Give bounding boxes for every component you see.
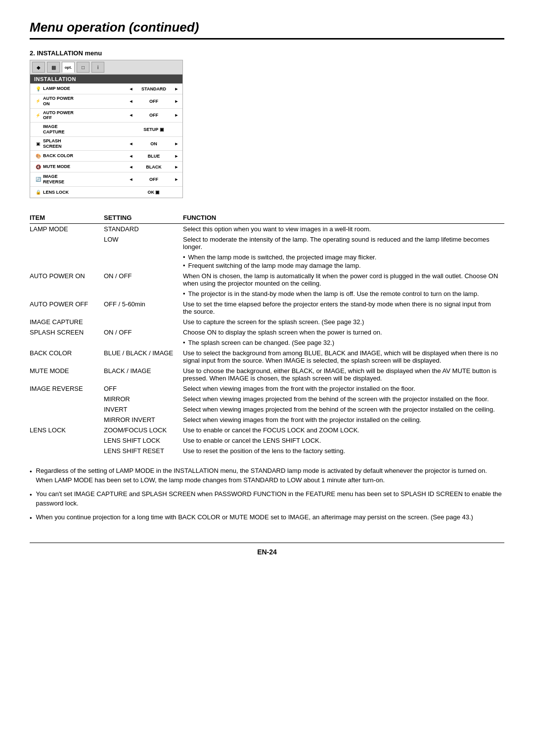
arrow-left-mute: ◄ bbox=[128, 165, 134, 169]
bullet-icon-2: • bbox=[30, 490, 32, 500]
menu-tab-lamp[interactable]: ◆ bbox=[32, 62, 45, 73]
auto-on-label: AUTO POWERON bbox=[43, 96, 128, 107]
notes-section: • Regardless of the setting of LAMP MODE… bbox=[30, 466, 504, 523]
menu-row-lens-lock: 🔒 LENS LOCK OK ▣ bbox=[30, 187, 182, 198]
function-auto-power-off: Use to set the time elapsed before the p… bbox=[183, 299, 504, 317]
item-splash-screen: SPLASH SCREEN bbox=[30, 327, 104, 337]
menu-tab-opt[interactable]: opt. bbox=[62, 62, 75, 73]
item-back-color: BACK COLOR bbox=[30, 348, 104, 366]
setting-standard: STANDARD bbox=[104, 223, 183, 234]
menu-tab-image[interactable]: ▩ bbox=[47, 62, 60, 73]
function-auto-power-on: When ON is chosen, the lamp is automatic… bbox=[183, 271, 504, 289]
table-row-bullet: • The projector is in the stand-by mode … bbox=[30, 289, 504, 299]
reverse-icon: 🔄 bbox=[33, 177, 43, 182]
table-row-bullet: • When the lamp mode is switched, the pr… bbox=[30, 252, 504, 271]
function-image-reverse-off: Select when viewing images from the fron… bbox=[183, 383, 504, 394]
function-mute-mode: Use to choose the background, either BLA… bbox=[183, 366, 504, 383]
back-color-value: BLUE bbox=[134, 154, 174, 159]
mute-value: BLACK bbox=[134, 165, 174, 169]
menu-tab-info[interactable]: i bbox=[91, 62, 104, 73]
bullet-splash: The splash screen can be changed. (See p… bbox=[188, 339, 335, 346]
setting-lens-shift-lock: LENS SHIFT LOCK bbox=[104, 435, 183, 446]
lamp-icon: 💡 bbox=[33, 86, 43, 91]
function-zoom-focus: Use to enable or cancel the FOCUS LOCK a… bbox=[183, 425, 504, 435]
item-lamp-mode: LAMP MODE bbox=[30, 223, 104, 234]
arrow-left-splash: ◄ bbox=[128, 141, 134, 146]
arrow-right-back: ► bbox=[174, 154, 179, 159]
function-lamp-low: Select to moderate the intensity of the … bbox=[183, 234, 504, 252]
arrow-right-lamp: ► bbox=[174, 86, 179, 91]
lamp-mode-value: STANDARD bbox=[134, 86, 174, 91]
col-header-setting: SETTING bbox=[104, 212, 183, 224]
menu-tab-screen[interactable]: □ bbox=[77, 62, 89, 73]
reverse-value: OFF bbox=[134, 177, 174, 182]
table-row-bullet: • The splash screen can be changed. (See… bbox=[30, 337, 504, 348]
menu-row-back-color: 🎨 BACK COLOR ◄ BLUE ► bbox=[30, 151, 182, 162]
page-number: EN-24 bbox=[30, 543, 504, 556]
bullet-icon-3: • bbox=[30, 513, 32, 523]
capture-value: SETUP ▣ bbox=[134, 127, 174, 132]
item-auto-power-off: AUTO POWER OFF bbox=[30, 299, 104, 317]
arrow-left-autooff: ◄ bbox=[128, 113, 134, 118]
function-back-color: Use to select the background from among … bbox=[183, 348, 504, 366]
note-text-1: Regardless of the setting of LAMP MODE i… bbox=[36, 466, 504, 485]
setting-low: LOW bbox=[104, 234, 183, 252]
function-invert: Select when viewing images projected fro… bbox=[183, 404, 504, 415]
menu-row-image-capture: IMAGECAPTURE SETUP ▣ bbox=[30, 123, 182, 137]
arrow-right-autoon: ► bbox=[174, 99, 179, 104]
item-auto-power-on: AUTO POWER ON bbox=[30, 271, 104, 289]
reverse-label: IMAGEREVERSE bbox=[43, 174, 128, 185]
table-row: MIRROR INVERT Select when viewing images… bbox=[30, 415, 504, 425]
arrow-left-back: ◄ bbox=[128, 154, 134, 159]
function-lens-shift-lock: Use to enable or cancel the LENS SHIFT L… bbox=[183, 435, 504, 446]
menu-row-lamp: 💡 LAMP MODE ◄ STANDARD ► bbox=[30, 84, 182, 94]
menu-row-image-reverse: 🔄 IMAGEREVERSE ◄ OFF ► bbox=[30, 172, 182, 187]
menu-row-splash: ▣ SPLASHSCREEN ◄ ON ► bbox=[30, 137, 182, 151]
col-header-function: FUNCTION bbox=[183, 212, 504, 224]
setting-mirror: MIRROR bbox=[104, 394, 183, 404]
bullet-icon-1: • bbox=[30, 467, 32, 477]
table-row: IMAGE REVERSE OFF Select when viewing im… bbox=[30, 383, 504, 394]
back-color-icon: 🎨 bbox=[33, 154, 43, 159]
note-item-2: • You can't set IMAGE CAPTURE and SPLASH… bbox=[30, 489, 504, 508]
arrow-right-splash: ► bbox=[174, 141, 179, 146]
setting-zoom-focus: ZOOM/FOCUS LOCK bbox=[104, 425, 183, 435]
function-mirror: Select when viewing images projected fro… bbox=[183, 394, 504, 404]
setting-invert: INVERT bbox=[104, 404, 183, 415]
bullet-lamp-1: When the lamp mode is switched, the proj… bbox=[188, 253, 377, 261]
table-row: LAMP MODE STANDARD Select this option wh… bbox=[30, 223, 504, 234]
note-text-3: When you continue projection for a long … bbox=[36, 512, 473, 522]
splash-label: SPLASHSCREEN bbox=[43, 138, 128, 149]
setting-back-color: BLUE / BLACK / IMAGE bbox=[104, 348, 183, 366]
lamp-mode-label: LAMP MODE bbox=[43, 86, 128, 91]
note-item-1: • Regardless of the setting of LAMP MODE… bbox=[30, 466, 504, 485]
auto-on-value: OFF bbox=[134, 99, 174, 104]
function-splash-screen: Choose ON to display the splash screen w… bbox=[183, 327, 504, 337]
lens-lock-icon: 🔒 bbox=[33, 190, 43, 195]
col-header-item: ITEM bbox=[30, 212, 104, 224]
table-row: MIRROR Select when viewing images projec… bbox=[30, 394, 504, 404]
function-lamp-standard: Select this option when you want to view… bbox=[183, 223, 504, 234]
arrow-right-autooff: ► bbox=[174, 113, 179, 118]
function-lens-shift-reset: Use to reset the position of the lens to… bbox=[183, 446, 504, 456]
setting-off: OFF bbox=[104, 383, 183, 394]
back-color-label: BACK COLOR bbox=[43, 153, 128, 159]
lens-lock-value: OK ▣ bbox=[134, 190, 174, 195]
table-row: AUTO POWER OFF OFF / 5-60min Use to set … bbox=[30, 299, 504, 317]
setting-mirror-invert: MIRROR INVERT bbox=[104, 415, 183, 425]
menu-tabs: ◆ ▩ opt. □ i bbox=[30, 60, 182, 75]
table-row: LENS SHIFT RESET Use to reset the positi… bbox=[30, 446, 504, 456]
mute-label: MUTE MODE bbox=[43, 164, 128, 169]
function-mirror-invert: Select when viewing images from the fron… bbox=[183, 415, 504, 425]
menu-row-auto-on: ⚡ AUTO POWERON ◄ OFF ► bbox=[30, 94, 182, 109]
table-row: IMAGE CAPTURE Use to capture the screen … bbox=[30, 317, 504, 327]
arrow-left-reverse: ◄ bbox=[128, 177, 134, 182]
table-row: AUTO POWER ON ON / OFF When ON is chosen… bbox=[30, 271, 504, 289]
setting-mute-mode: BLACK / IMAGE bbox=[104, 366, 183, 383]
lens-lock-label: LENS LOCK bbox=[43, 190, 128, 195]
arrow-left-autoon: ◄ bbox=[128, 99, 134, 104]
page-title: Menu operation (continued) bbox=[30, 20, 504, 40]
note-item-3: • When you continue projection for a lon… bbox=[30, 512, 504, 523]
setting-lens-shift-reset: LENS SHIFT RESET bbox=[104, 446, 183, 456]
item-mute-mode: MUTE MODE bbox=[30, 366, 104, 383]
